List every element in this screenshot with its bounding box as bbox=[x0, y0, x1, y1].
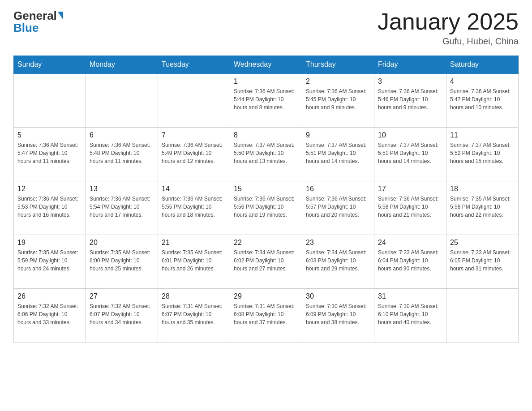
day-info: Sunrise: 7:37 AM Sunset: 5:50 PM Dayligh… bbox=[234, 141, 298, 165]
day-number: 28 bbox=[162, 292, 226, 300]
calendar-cell: 10Sunrise: 7:37 AM Sunset: 5:51 PM Dayli… bbox=[374, 127, 446, 181]
calendar-header: SundayMondayTuesdayWednesdayThursdayFrid… bbox=[14, 56, 519, 74]
calendar-cell: 31Sunrise: 7:30 AM Sunset: 6:10 PM Dayli… bbox=[374, 288, 446, 342]
day-number: 9 bbox=[306, 131, 370, 139]
calendar-cell: 25Sunrise: 7:33 AM Sunset: 6:05 PM Dayli… bbox=[446, 235, 519, 288]
calendar-cell bbox=[86, 73, 158, 127]
day-info: Sunrise: 7:33 AM Sunset: 6:04 PM Dayligh… bbox=[378, 248, 442, 273]
day-number: 10 bbox=[378, 131, 442, 139]
calendar-cell: 6Sunrise: 7:36 AM Sunset: 5:48 PM Daylig… bbox=[86, 127, 158, 181]
day-info: Sunrise: 7:34 AM Sunset: 6:03 PM Dayligh… bbox=[306, 248, 370, 273]
day-info: Sunrise: 7:32 AM Sunset: 6:06 PM Dayligh… bbox=[17, 302, 82, 326]
calendar-cell: 17Sunrise: 7:36 AM Sunset: 5:58 PM Dayli… bbox=[374, 181, 446, 235]
day-number: 3 bbox=[378, 77, 442, 86]
calendar-cell: 29Sunrise: 7:31 AM Sunset: 6:08 PM Dayli… bbox=[230, 288, 302, 342]
day-info: Sunrise: 7:37 AM Sunset: 5:52 PM Dayligh… bbox=[450, 141, 515, 165]
day-number: 30 bbox=[306, 292, 370, 300]
week-row-2: 5Sunrise: 7:36 AM Sunset: 5:47 PM Daylig… bbox=[14, 127, 519, 181]
header-cell-tuesday: Tuesday bbox=[158, 56, 230, 74]
calendar-cell: 24Sunrise: 7:33 AM Sunset: 6:04 PM Dayli… bbox=[374, 235, 446, 288]
day-number: 8 bbox=[234, 131, 298, 139]
day-number: 31 bbox=[378, 292, 442, 300]
calendar-subtitle: Gufu, Hubei, China bbox=[378, 36, 519, 47]
day-number: 16 bbox=[306, 185, 370, 193]
calendar-cell: 1Sunrise: 7:36 AM Sunset: 5:44 PM Daylig… bbox=[230, 73, 302, 127]
day-info: Sunrise: 7:35 AM Sunset: 5:58 PM Dayligh… bbox=[450, 195, 515, 219]
day-number: 27 bbox=[90, 292, 154, 300]
day-info: Sunrise: 7:32 AM Sunset: 6:07 PM Dayligh… bbox=[90, 302, 154, 326]
day-number: 25 bbox=[450, 239, 515, 247]
day-number: 23 bbox=[306, 239, 370, 247]
day-info: Sunrise: 7:36 AM Sunset: 5:58 PM Dayligh… bbox=[378, 195, 442, 219]
day-number: 14 bbox=[162, 185, 226, 193]
header-row: SundayMondayTuesdayWednesdayThursdayFrid… bbox=[14, 56, 519, 74]
logo-triangle-icon bbox=[58, 12, 63, 20]
calendar-cell: 21Sunrise: 7:35 AM Sunset: 6:01 PM Dayli… bbox=[158, 235, 230, 288]
day-info: Sunrise: 7:36 AM Sunset: 5:56 PM Dayligh… bbox=[234, 195, 298, 219]
calendar-cell: 7Sunrise: 7:36 AM Sunset: 5:49 PM Daylig… bbox=[158, 127, 230, 181]
calendar-cell: 5Sunrise: 7:36 AM Sunset: 5:47 PM Daylig… bbox=[14, 127, 86, 181]
calendar-cell bbox=[14, 73, 86, 127]
calendar-cell: 20Sunrise: 7:35 AM Sunset: 6:00 PM Dayli… bbox=[86, 235, 158, 288]
day-number: 2 bbox=[306, 77, 370, 86]
day-info: Sunrise: 7:37 AM Sunset: 5:51 PM Dayligh… bbox=[378, 141, 442, 165]
day-number: 21 bbox=[162, 239, 226, 247]
day-number: 19 bbox=[17, 239, 82, 247]
week-row-1: 1Sunrise: 7:36 AM Sunset: 5:44 PM Daylig… bbox=[14, 73, 519, 127]
day-info: Sunrise: 7:34 AM Sunset: 6:02 PM Dayligh… bbox=[234, 248, 298, 273]
day-info: Sunrise: 7:31 AM Sunset: 6:08 PM Dayligh… bbox=[234, 302, 298, 326]
calendar-cell: 9Sunrise: 7:37 AM Sunset: 5:51 PM Daylig… bbox=[302, 127, 374, 181]
day-info: Sunrise: 7:36 AM Sunset: 5:47 PM Dayligh… bbox=[17, 141, 82, 165]
calendar-cell: 19Sunrise: 7:35 AM Sunset: 5:59 PM Dayli… bbox=[14, 235, 86, 288]
day-number: 11 bbox=[450, 131, 515, 139]
logo: General Blue bbox=[13, 9, 63, 35]
day-info: Sunrise: 7:35 AM Sunset: 6:01 PM Dayligh… bbox=[162, 248, 226, 273]
calendar-cell bbox=[446, 288, 519, 342]
calendar-body: 1Sunrise: 7:36 AM Sunset: 5:44 PM Daylig… bbox=[14, 73, 519, 342]
day-info: Sunrise: 7:36 AM Sunset: 5:49 PM Dayligh… bbox=[162, 141, 226, 165]
calendar-cell bbox=[158, 73, 230, 127]
header-cell-wednesday: Wednesday bbox=[230, 56, 302, 74]
day-info: Sunrise: 7:36 AM Sunset: 5:53 PM Dayligh… bbox=[17, 195, 82, 219]
calendar-cell: 23Sunrise: 7:34 AM Sunset: 6:03 PM Dayli… bbox=[302, 235, 374, 288]
day-info: Sunrise: 7:31 AM Sunset: 6:07 PM Dayligh… bbox=[162, 302, 226, 326]
day-info: Sunrise: 7:36 AM Sunset: 5:57 PM Dayligh… bbox=[306, 195, 370, 219]
day-number: 13 bbox=[90, 185, 154, 193]
day-number: 6 bbox=[90, 131, 154, 139]
calendar-cell: 22Sunrise: 7:34 AM Sunset: 6:02 PM Dayli… bbox=[230, 235, 302, 288]
day-number: 5 bbox=[17, 131, 82, 139]
calendar-cell: 12Sunrise: 7:36 AM Sunset: 5:53 PM Dayli… bbox=[14, 181, 86, 235]
title-section: January 2025 Gufu, Hubei, China bbox=[378, 9, 519, 47]
day-info: Sunrise: 7:36 AM Sunset: 5:54 PM Dayligh… bbox=[90, 195, 154, 219]
calendar-cell: 2Sunrise: 7:36 AM Sunset: 5:45 PM Daylig… bbox=[302, 73, 374, 127]
day-number: 24 bbox=[378, 239, 442, 247]
calendar-cell: 16Sunrise: 7:36 AM Sunset: 5:57 PM Dayli… bbox=[302, 181, 374, 235]
header-cell-thursday: Thursday bbox=[302, 56, 374, 74]
week-row-4: 19Sunrise: 7:35 AM Sunset: 5:59 PM Dayli… bbox=[14, 235, 519, 288]
day-info: Sunrise: 7:36 AM Sunset: 5:47 PM Dayligh… bbox=[450, 87, 515, 111]
header-cell-saturday: Saturday bbox=[446, 56, 519, 74]
calendar-cell: 26Sunrise: 7:32 AM Sunset: 6:06 PM Dayli… bbox=[14, 288, 86, 342]
calendar-cell: 3Sunrise: 7:36 AM Sunset: 5:46 PM Daylig… bbox=[374, 73, 446, 127]
calendar-title: January 2025 bbox=[378, 9, 519, 34]
header-cell-monday: Monday bbox=[86, 56, 158, 74]
page-header: General Blue January 2025 Gufu, Hubei, C… bbox=[13, 9, 519, 47]
logo-blue-text: Blue bbox=[13, 21, 39, 35]
calendar-cell: 8Sunrise: 7:37 AM Sunset: 5:50 PM Daylig… bbox=[230, 127, 302, 181]
day-info: Sunrise: 7:36 AM Sunset: 5:55 PM Dayligh… bbox=[162, 195, 226, 219]
header-cell-friday: Friday bbox=[374, 56, 446, 74]
week-row-5: 26Sunrise: 7:32 AM Sunset: 6:06 PM Dayli… bbox=[14, 288, 519, 342]
calendar-cell: 11Sunrise: 7:37 AM Sunset: 5:52 PM Dayli… bbox=[446, 127, 519, 181]
day-info: Sunrise: 7:33 AM Sunset: 6:05 PM Dayligh… bbox=[450, 248, 515, 273]
calendar-cell: 28Sunrise: 7:31 AM Sunset: 6:07 PM Dayli… bbox=[158, 288, 230, 342]
day-number: 26 bbox=[17, 292, 82, 300]
day-info: Sunrise: 7:36 AM Sunset: 5:48 PM Dayligh… bbox=[90, 141, 154, 165]
day-info: Sunrise: 7:37 AM Sunset: 5:51 PM Dayligh… bbox=[306, 141, 370, 165]
week-row-3: 12Sunrise: 7:36 AM Sunset: 5:53 PM Dayli… bbox=[14, 181, 519, 235]
day-info: Sunrise: 7:36 AM Sunset: 5:44 PM Dayligh… bbox=[234, 87, 298, 111]
day-number: 15 bbox=[234, 185, 298, 193]
calendar-cell: 4Sunrise: 7:36 AM Sunset: 5:47 PM Daylig… bbox=[446, 73, 519, 127]
day-number: 7 bbox=[162, 131, 226, 139]
day-number: 20 bbox=[90, 239, 154, 247]
calendar-cell: 18Sunrise: 7:35 AM Sunset: 5:58 PM Dayli… bbox=[446, 181, 519, 235]
